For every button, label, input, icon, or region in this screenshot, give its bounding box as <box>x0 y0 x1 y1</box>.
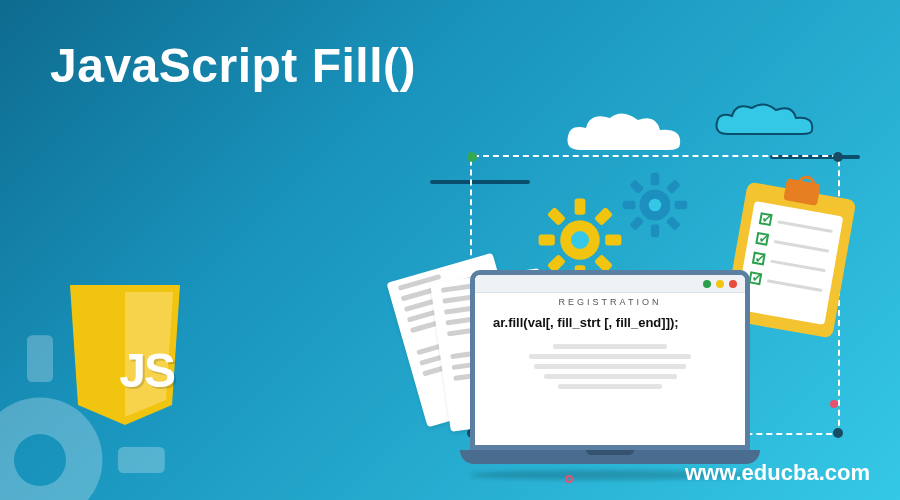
form-placeholder-lines <box>475 335 745 398</box>
svg-rect-24 <box>675 201 688 209</box>
screen-header-label: REGISTRATION <box>475 297 745 307</box>
svg-rect-28 <box>666 216 681 231</box>
svg-point-29 <box>649 199 662 212</box>
frame-corner-dot <box>833 152 843 162</box>
svg-rect-22 <box>651 225 659 238</box>
frame-corner-dot <box>467 152 477 162</box>
svg-rect-15 <box>594 207 613 226</box>
svg-rect-13 <box>539 235 555 246</box>
decorative-dot <box>830 400 838 408</box>
code-snippet: ar.fill(val[, fill_strt [, fill_end]]); <box>475 307 745 335</box>
svg-point-19 <box>571 231 589 249</box>
window-traffic-lights <box>475 275 745 293</box>
gear-blue-icon <box>620 170 690 240</box>
page-title: JavaScript Fill() <box>50 38 416 93</box>
decorative-dot <box>565 475 573 483</box>
laptop-illustration: REGISTRATION ar.fill(val[, fill_strt [, … <box>460 270 760 480</box>
frame-corner-dot <box>833 428 843 438</box>
svg-rect-11 <box>575 199 586 215</box>
site-watermark: www.educba.com <box>685 460 870 486</box>
svg-rect-21 <box>651 173 659 186</box>
cloud-icon <box>560 110 690 160</box>
cloud-outline-icon <box>710 100 820 142</box>
svg-rect-17 <box>547 207 566 226</box>
svg-rect-27 <box>629 179 644 194</box>
svg-rect-23 <box>623 201 636 209</box>
svg-rect-4 <box>118 447 165 473</box>
js-logo-text: JS <box>119 343 174 398</box>
javascript-logo: JS <box>60 280 190 430</box>
svg-rect-26 <box>629 216 644 231</box>
svg-rect-14 <box>605 235 621 246</box>
svg-rect-25 <box>666 179 681 194</box>
svg-rect-1 <box>27 335 53 382</box>
svg-point-9 <box>14 434 66 486</box>
